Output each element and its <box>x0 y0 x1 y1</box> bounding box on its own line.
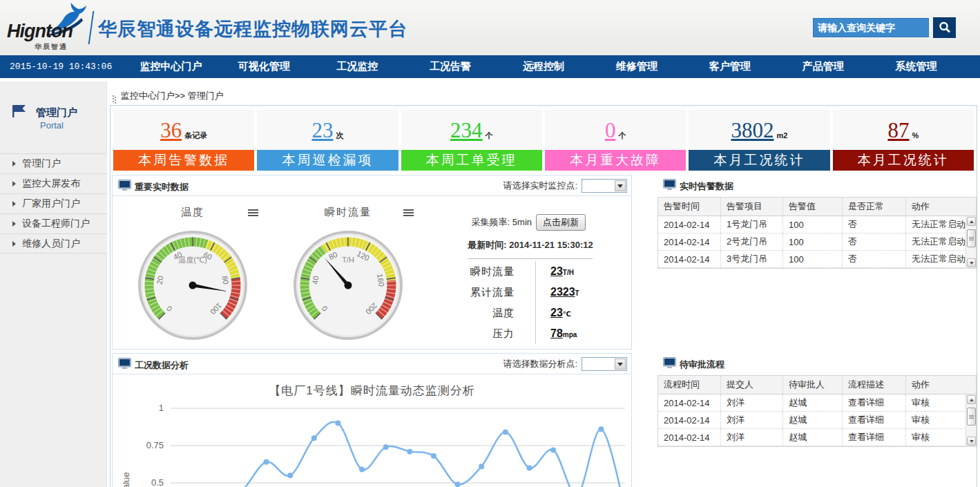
stat-value[interactable]: 234 <box>450 120 483 141</box>
nav-items: 监控中心门户可视化管理工况监控工况告警远程控制维修管理客户管理产品管理系统管理 <box>124 55 963 78</box>
stat-value[interactable]: 0 <box>605 120 616 141</box>
table-cell: 刘洋 <box>720 412 782 428</box>
approval-panel: 待审批流程 流程时间提交人待审批人流程描述动作2014-02-14刘洋赵城查看详… <box>657 353 977 470</box>
table-scrollbar[interactable] <box>965 394 976 446</box>
stat-card-2[interactable]: 234个本周工单受理 <box>401 110 542 172</box>
stat-card-3[interactable]: 0个本月重大故障 <box>545 110 686 172</box>
table-cell: 无法正常启动 <box>905 251 966 267</box>
stat-value[interactable]: 87 <box>887 120 909 141</box>
table-cell: 3号龙门吊 <box>720 251 782 267</box>
nav-item-5[interactable]: 维修管理 <box>590 60 683 73</box>
dashboard-container: 36条记录本周告警数据23次本周巡检漏项234个本周工单受理0个本月重大故障38… <box>110 105 977 487</box>
approval-table: 流程时间提交人待审批人流程描述动作2014-02-14刘洋赵城查看详细审核201… <box>657 375 977 447</box>
table-cell: 2014-02-14 <box>658 237 720 247</box>
stat-value[interactable]: 36 <box>160 120 182 141</box>
stat-label[interactable]: 本月工况统计 <box>833 150 974 171</box>
latest-time: 最新时间: 2014-11-21 15:30:12 <box>437 239 624 251</box>
monitor-point-select[interactable] <box>582 179 627 193</box>
table-row-0[interactable]: 2014-02-141号龙门吊100否无法正常启动 <box>658 216 976 233</box>
nav-item-1[interactable]: 可视化管理 <box>218 60 311 73</box>
reading-row-1: 累计流量2323T <box>410 282 624 303</box>
gauge-flow-menu-icon[interactable] <box>403 209 414 211</box>
table-cell: 查看详细 <box>842 429 905 446</box>
scroll-down-icon[interactable] <box>967 437 976 446</box>
scrollbar-thumb[interactable] <box>967 229 976 247</box>
table-cell: 审核 <box>905 429 966 446</box>
stat-card-0[interactable]: 36条记录本周告警数据 <box>113 110 254 172</box>
stat-label[interactable]: 本月工况统计 <box>689 150 829 171</box>
nav-item-7[interactable]: 产品管理 <box>776 60 869 73</box>
nav-item-3[interactable]: 工况告警 <box>404 60 497 73</box>
table-cell: 2014-02-14 <box>658 254 720 265</box>
svg-text:20: 20 <box>155 276 165 285</box>
stat-value[interactable]: 3802 <box>731 120 774 141</box>
refresh-button[interactable]: 点击刷新 <box>536 214 586 231</box>
temperature-gauge: 020406080100温度(℃) <box>134 227 251 344</box>
analysis-point-select[interactable] <box>582 357 627 371</box>
svg-text:0.5: 0.5 <box>151 477 164 487</box>
reading-name: 压力 <box>410 327 534 341</box>
stat-label[interactable]: 本周巡检漏项 <box>257 150 398 171</box>
sidebar-item-label: 维修人员门户 <box>22 238 80 250</box>
search-input[interactable] <box>813 18 929 37</box>
stat-card-1[interactable]: 23次本周巡检漏项 <box>257 110 398 172</box>
scrollbar-thumb[interactable] <box>967 408 976 426</box>
main: 监控中心门户>> 管理门户 36条记录本周告警数据23次本周巡检漏项234个本周… <box>107 82 980 487</box>
alarm-panel-header: 实时告警数据 <box>657 175 977 195</box>
table-cell: 否 <box>842 233 905 250</box>
table-cell: 2014-02-14 <box>658 398 720 408</box>
stat-value-area: 0个 <box>545 110 686 150</box>
table-scrollbar[interactable] <box>965 216 976 268</box>
stat-value-area: 36条记录 <box>113 110 254 150</box>
nav-item-0[interactable]: 监控中心门户 <box>124 60 218 73</box>
search-button[interactable] <box>933 17 956 38</box>
flow-line-chart: 10.750.50.250value <box>113 397 631 487</box>
stat-label[interactable]: 本周工单受理 <box>401 150 542 171</box>
reading-name: 累计流量 <box>410 286 534 299</box>
gauge-temp-menu-icon[interactable] <box>248 209 258 211</box>
nav-item-8[interactable]: 系统管理 <box>869 60 963 73</box>
table-row-0[interactable]: 2014-02-14刘洋赵城查看详细审核 <box>658 394 976 412</box>
stat-card-5[interactable]: 87%本月工况统计 <box>833 110 974 172</box>
chevron-down-icon[interactable] <box>615 180 626 191</box>
sidebar-item-4[interactable]: 维修人员门户 <box>0 233 107 254</box>
table-row-2[interactable]: 2014-02-143号龙门吊100否无法正常启动 <box>658 251 976 268</box>
stat-label[interactable]: 本周告警数据 <box>113 150 254 171</box>
nav-timestamp: 2015-10-19 10:43:06 <box>10 61 112 72</box>
selector-label: 请选择实时监控点: <box>503 180 577 192</box>
sidebar-item-3[interactable]: 设备工程师门户 <box>0 213 107 233</box>
table-cell: 2号龙门吊 <box>720 233 782 250</box>
nav-item-4[interactable]: 远程控制 <box>497 60 590 73</box>
gauge-flow-title: 瞬时流量 <box>300 206 396 219</box>
sidebar-item-1[interactable]: 监控大屏发布 <box>0 173 107 193</box>
header: Hignton 华辰智通 华辰智通设备远程监控物联网云平台 <box>0 0 980 55</box>
table-cell: 无法正常启动 <box>905 216 966 233</box>
sidebar-item-label: 管理门户 <box>22 157 61 170</box>
scroll-up-icon[interactable] <box>967 395 976 404</box>
table-row-2[interactable]: 2014-02-14刘洋赵城查看详细审核 <box>658 429 976 446</box>
stat-value[interactable]: 23 <box>311 120 333 141</box>
scroll-up-icon[interactable] <box>967 217 976 226</box>
table-cell: 2014-02-14 <box>658 220 720 230</box>
sidebar-item-2[interactable]: 厂家用户门户 <box>0 193 107 213</box>
monitor-point-selector: 请选择实时监控点: <box>503 179 627 193</box>
logo-subtitle: 华辰智通 <box>35 42 68 52</box>
logo: Hignton 华辰智通 <box>6 4 92 51</box>
alarm-table: 告警时间告警项目告警值是否正常动作2014-02-141号龙门吊100否无法正常… <box>657 197 977 269</box>
stat-card-4[interactable]: 3802m2本月工况统计 <box>689 110 829 172</box>
breadcrumb: 监控中心门户>> 管理门户 <box>113 90 224 102</box>
chevron-down-icon[interactable] <box>615 359 626 370</box>
scroll-down-icon[interactable] <box>967 258 976 267</box>
stat-label[interactable]: 本月重大故障 <box>545 150 686 171</box>
reading-name: 温度 <box>410 307 534 320</box>
svg-text:0.75: 0.75 <box>146 440 164 450</box>
table-cell: 审核 <box>905 412 966 428</box>
gauge-temp-title: 温度 <box>151 206 234 219</box>
table-row-1[interactable]: 2014-02-14刘洋赵城查看详细审核 <box>658 412 976 429</box>
table-cell: 2014-02-14 <box>658 432 720 443</box>
sidebar-item-0[interactable]: 管理门户 <box>0 153 107 173</box>
sidebar-subtitle: Portal <box>40 120 64 131</box>
table-row-1[interactable]: 2014-02-142号龙门吊100否无法正常启动 <box>658 233 976 251</box>
nav-item-6[interactable]: 客户管理 <box>683 60 776 73</box>
nav-item-2[interactable]: 工况监控 <box>311 60 404 73</box>
